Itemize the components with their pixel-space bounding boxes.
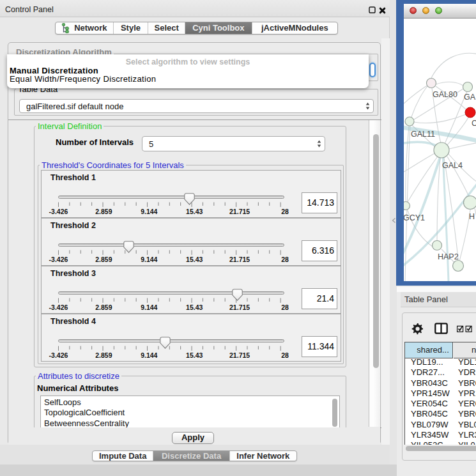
svg-text:H: H [469,212,475,221]
svg-text:GA: GA [464,93,476,102]
svg-text:GAL4: GAL4 [442,161,463,170]
svg-text:GAL80: GAL80 [433,90,457,99]
svg-text:HAP2: HAP2 [438,252,459,261]
svg-text:C: C [472,119,476,128]
svg-text:GCY1: GCY1 [404,213,425,222]
svg-text:GAL11: GAL11 [411,130,435,139]
